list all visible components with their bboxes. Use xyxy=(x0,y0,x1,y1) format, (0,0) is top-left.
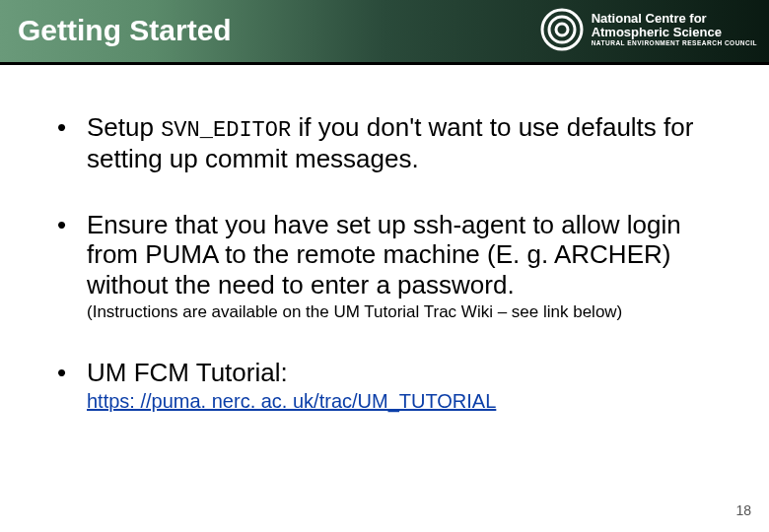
slide-header: Getting Started National Centre for Atmo… xyxy=(0,0,769,65)
page-number: 18 xyxy=(735,502,751,518)
bullet-2-main: Ensure that you have set up ssh-agent to… xyxy=(87,210,681,299)
slide-content: Setup SVN_EDITOR if you don't want to us… xyxy=(0,65,769,413)
bullet-3: UM FCM Tutorial: https: //puma. nerc. ac… xyxy=(57,358,728,413)
slide-title: Getting Started xyxy=(18,14,232,47)
ncas-logo-icon xyxy=(540,8,584,51)
bullet-1: Setup SVN_EDITOR if you don't want to us… xyxy=(57,112,728,174)
org-logo-block: National Centre for Atmospheric Science … xyxy=(540,8,757,51)
org-sub: NATURAL ENVIRONMENT RESEARCH COUNCIL xyxy=(592,40,757,47)
org-logo-text: National Centre for Atmospheric Science … xyxy=(592,12,757,47)
bullet-2-subnote: (Instructions are available on the UM Tu… xyxy=(87,302,728,322)
bullet-3-main: UM FCM Tutorial: xyxy=(87,358,288,387)
svg-point-2 xyxy=(556,24,568,35)
bullet-1-pre: Setup xyxy=(87,112,161,142)
tutorial-link[interactable]: https: //puma. nerc. ac. uk/trac/UM_TUTO… xyxy=(87,390,496,412)
bullet-2: Ensure that you have set up ssh-agent to… xyxy=(57,210,728,322)
bullet-1-code: SVN_EDITOR xyxy=(161,118,291,143)
org-name-line2: Atmospheric Science xyxy=(592,26,757,39)
bullet-3-link-line: https: //puma. nerc. ac. uk/trac/UM_TUTO… xyxy=(87,390,728,414)
bullet-list: Setup SVN_EDITOR if you don't want to us… xyxy=(57,112,728,413)
svg-point-1 xyxy=(549,17,575,42)
org-name-line1: National Centre for xyxy=(592,12,757,26)
